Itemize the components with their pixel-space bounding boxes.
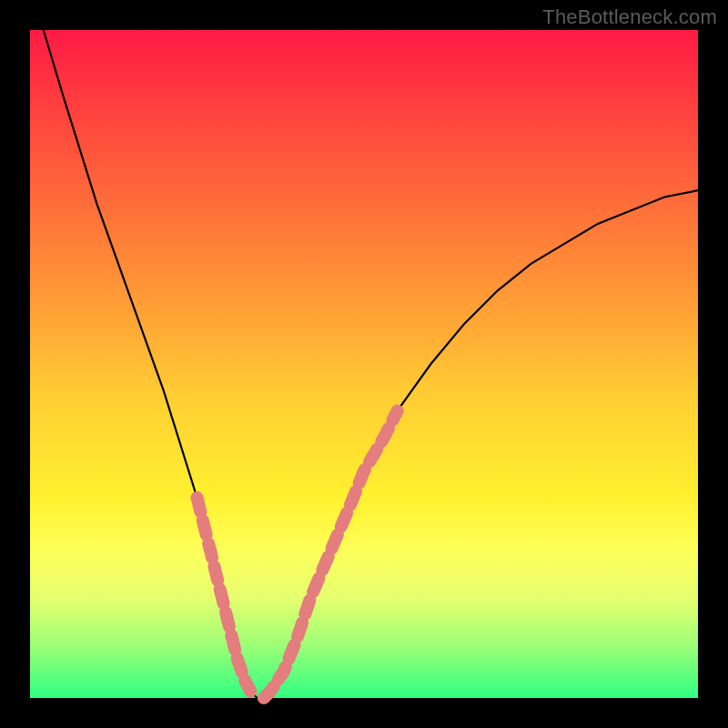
plot-area <box>30 30 698 698</box>
chart-frame: TheBottleneck.com <box>0 0 728 728</box>
right-highlight-segment <box>264 410 398 698</box>
watermark-text: TheBottleneck.com <box>542 5 717 29</box>
highlight-path <box>197 498 251 692</box>
curve-layer <box>30 30 698 698</box>
highlight-path <box>264 410 398 698</box>
left-highlight-segment <box>197 498 251 692</box>
bottleneck-curve <box>44 30 698 698</box>
